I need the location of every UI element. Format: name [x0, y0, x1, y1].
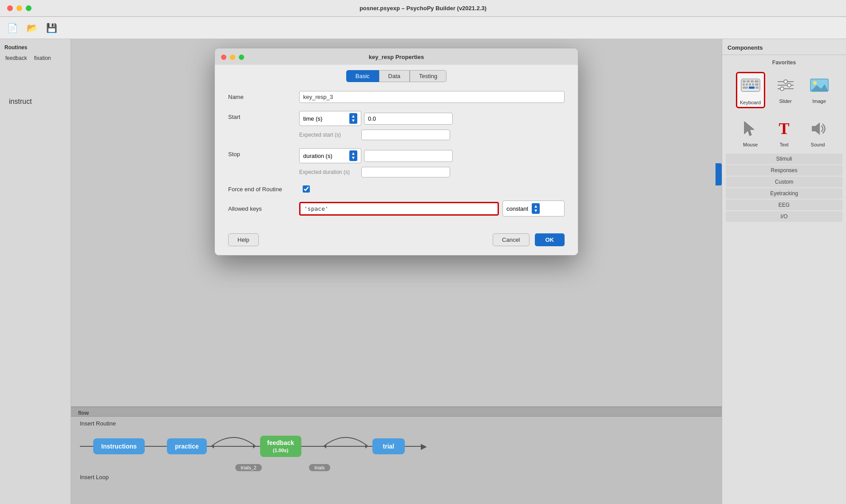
name-field — [299, 91, 565, 103]
center-area: key_resp Properties Basic Data Testing N… — [71, 39, 722, 504]
routine-tabs: feedback fixation — [0, 54, 71, 62]
mouse-label: Mouse — [743, 142, 758, 147]
modal-min-button[interactable] — [230, 55, 235, 60]
routine-node-trial: trial — [372, 438, 405, 454]
expected-start-input[interactable] — [361, 130, 450, 140]
sound-component[interactable]: Sound — [805, 115, 831, 149]
expected-start-label: Expected start (s) — [299, 132, 361, 138]
allowed-keys-input[interactable] — [299, 202, 499, 216]
line-to-practice — [145, 446, 167, 447]
start-type-arrows: ▲▼ — [349, 113, 357, 124]
stop-value-input[interactable] — [364, 150, 453, 162]
save-file-button[interactable]: 💾 — [43, 20, 59, 36]
custom-section[interactable]: Custom — [726, 177, 842, 187]
new-file-button[interactable]: 📄 — [4, 20, 20, 36]
tab-fixation[interactable]: fixation — [32, 54, 53, 62]
app-title: posner.psyexp – PsychoPy Builder (v2021.… — [360, 5, 486, 12]
window-controls — [7, 5, 32, 11]
loop-arc-trials2 — [207, 433, 260, 460]
sound-label: Sound — [811, 142, 825, 147]
stop-type-dropdown[interactable]: duration (s) ▲▼ — [299, 148, 361, 163]
favorites-row-2: Mouse T Text — [722, 112, 846, 153]
svg-rect-9 — [751, 80, 754, 83]
trials-loop-label: trials — [309, 464, 330, 471]
footer-right-buttons: Cancel OK — [493, 233, 565, 246]
ok-button[interactable]: OK — [535, 233, 565, 246]
eeg-section[interactable]: EEG — [726, 200, 842, 210]
components-header: Components — [722, 43, 846, 55]
trial-routine-box[interactable]: trial — [372, 438, 405, 454]
svg-point-24 — [780, 87, 784, 91]
expected-duration-input[interactable] — [361, 167, 450, 177]
practice-routine-box[interactable]: practice — [167, 438, 207, 454]
svg-rect-8 — [747, 80, 750, 83]
stop-field: duration (s) ▲▼ Expected duration (s) — [299, 148, 565, 177]
svg-rect-18 — [755, 87, 759, 89]
svg-marker-28 — [744, 122, 754, 136]
slider-component[interactable]: Slider — [772, 72, 799, 108]
stimuli-section[interactable]: Stimuli — [726, 154, 842, 164]
responses-section[interactable]: Responses — [726, 165, 842, 176]
insert-routine-label[interactable]: Insert Routine — [80, 420, 116, 427]
instructions-routine-box[interactable]: Instructions — [93, 438, 145, 454]
line-to-trial — [301, 446, 319, 447]
image-label: Image — [812, 98, 826, 104]
routine-node-practice: practice — [167, 438, 207, 454]
modal-body: Name Start time (s) ▲▼ — [215, 82, 578, 233]
svg-rect-11 — [743, 83, 745, 86]
svg-point-23 — [787, 83, 791, 87]
feedback-routine-box[interactable]: feedback(1.00s) — [260, 436, 301, 457]
cancel-button[interactable]: Cancel — [493, 233, 529, 246]
routine-node-instructions: Instructions — [93, 438, 145, 454]
slider-label: Slider — [779, 98, 791, 104]
toolbar: 📄 📂 💾 — [0, 17, 846, 39]
modal-tabs: Basic Data Testing — [215, 65, 578, 82]
favorites-row-1: Keyboard Slider — [722, 68, 846, 112]
stop-type-arrows: ▲▼ — [349, 150, 357, 161]
modal-close-button[interactable] — [221, 55, 226, 60]
force-end-checkbox[interactable] — [303, 185, 310, 193]
keyboard-icon — [739, 75, 762, 98]
tab-feedback[interactable]: feedback — [4, 54, 29, 62]
name-row: Name — [228, 91, 565, 103]
image-component[interactable]: Image — [806, 72, 833, 108]
open-file-button[interactable]: 📂 — [24, 20, 40, 36]
flow-end-arrow: ▶ — [421, 441, 427, 451]
svg-rect-15 — [755, 83, 759, 86]
flow-line-start — [80, 446, 93, 447]
modal-dialog: key_resp Properties Basic Data Testing N… — [214, 48, 578, 256]
text-label: Text — [779, 142, 788, 147]
modal-max-button[interactable] — [239, 55, 244, 60]
maximize-button[interactable] — [26, 5, 32, 11]
svg-rect-17 — [749, 87, 755, 89]
flow-header: flow — [71, 407, 722, 417]
modal-footer: Help Cancel OK — [215, 233, 578, 255]
allowed-keys-row: Allowed keys constant ▲▼ — [228, 201, 565, 217]
close-button[interactable] — [7, 5, 13, 11]
eyetracking-section[interactable]: Eyetracking — [726, 188, 842, 199]
mouse-component[interactable]: Mouse — [737, 115, 764, 149]
modal-window-controls — [221, 55, 244, 60]
start-type-dropdown[interactable]: time (s) ▲▼ — [299, 111, 361, 126]
components-panel: Components Favorites — [722, 39, 846, 504]
stop-row: Stop duration (s) ▲▼ Expected duration — [228, 148, 565, 177]
mouse-icon — [739, 117, 762, 140]
tab-basic[interactable]: Basic — [346, 70, 379, 82]
text-component[interactable]: T Text — [771, 115, 798, 149]
svg-rect-7 — [743, 80, 746, 83]
help-button[interactable]: Help — [228, 233, 259, 246]
io-section[interactable]: I/O — [726, 211, 842, 222]
tab-data[interactable]: Data — [379, 70, 410, 82]
start-value-input[interactable] — [364, 113, 453, 125]
stop-label: Stop — [228, 148, 299, 158]
name-input[interactable] — [299, 91, 565, 103]
tab-testing[interactable]: Testing — [410, 70, 447, 82]
allowed-keys-type-dropdown[interactable]: constant ▲▼ — [502, 201, 565, 217]
minimize-button[interactable] — [16, 5, 22, 11]
svg-rect-10 — [755, 80, 759, 83]
insert-loop-label[interactable]: Insert Loop — [71, 471, 722, 483]
force-end-row: Force end of Routine — [228, 185, 565, 193]
routines-panel: Routines feedback fixation instruct — [0, 39, 71, 504]
keyboard-component[interactable]: Keyboard — [736, 72, 765, 108]
instruct-label: instruct — [0, 62, 71, 106]
